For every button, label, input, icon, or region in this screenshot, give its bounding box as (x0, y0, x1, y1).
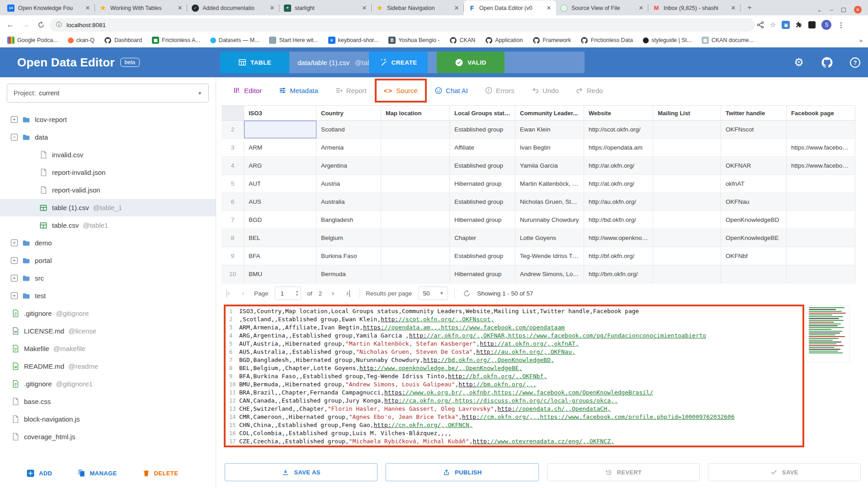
grid-cell[interactable]: Burkina Faso (316, 247, 381, 265)
grid-cell[interactable]: http://www.openknowledge.be/ (584, 229, 653, 247)
grid-cell[interactable] (721, 265, 787, 283)
column-header[interactable]: Mailing List (653, 106, 721, 120)
browser-tab[interactable]: Source View of File✕ (556, 0, 648, 15)
refresh-icon[interactable] (463, 290, 471, 297)
grid-cell[interactable] (653, 247, 721, 265)
tree-item--gitignore[interactable]: .gitignore@gitignore (0, 305, 216, 322)
grid-cell[interactable]: Established group (450, 157, 515, 174)
toolbar-redo[interactable]: Redo (573, 84, 606, 97)
tree-item-test[interactable]: +test (0, 287, 216, 305)
last-page-icon[interactable]: ›| (344, 289, 353, 297)
source-minimap[interactable] (807, 305, 850, 362)
column-header[interactable]: Country (316, 106, 381, 120)
grid-cell[interactable] (244, 121, 316, 138)
browser-tab[interactable]: FOpen Data Editor (v0✕ (464, 0, 556, 15)
grid-cell[interactable]: Established group (450, 193, 515, 211)
project-select[interactable]: Project: current ▼ (7, 84, 209, 103)
expand-icon[interactable]: + (11, 239, 18, 246)
tree-item-src[interactable]: +src (0, 269, 216, 287)
grid-cell[interactable]: Ivan Begtin (515, 139, 584, 156)
create-button[interactable]: CREATE (369, 52, 428, 73)
close-tab-icon[interactable]: ✕ (84, 5, 91, 12)
grid-cell[interactable]: Established group (450, 247, 515, 265)
grid-cell[interactable]: BFA (244, 247, 316, 265)
grid-cell[interactable] (653, 157, 721, 174)
grid-cell[interactable] (381, 193, 450, 211)
bookmark-item[interactable]: CKAN (450, 37, 476, 44)
grid-cell[interactable] (381, 121, 450, 138)
grid-cell[interactable] (787, 121, 855, 138)
grid-cell[interactable]: OpenKnowledgeBD (721, 211, 787, 229)
grid-cell[interactable] (787, 175, 855, 192)
grid-cell[interactable] (653, 229, 721, 247)
tree-item-table-csv[interactable]: table.csv@table1 (0, 216, 216, 234)
grid-cell[interactable] (787, 211, 855, 229)
tab-search-icon[interactable]: ⌄ (817, 6, 822, 13)
grid-cell[interactable] (787, 193, 855, 211)
address-bar[interactable]: ⓘ localhost:8081 (50, 18, 755, 32)
table-view-button[interactable]: TABLE (220, 52, 289, 73)
grid-cell[interactable]: https://opendata.am (584, 139, 653, 156)
grid-cell[interactable]: ARM (244, 139, 316, 156)
close-tab-icon[interactable]: ✕ (545, 5, 552, 12)
bookmarks-overflow-icon[interactable]: » (859, 37, 862, 44)
grid-cell[interactable]: OKFNscot (721, 121, 787, 138)
expand-icon[interactable]: + (11, 257, 18, 264)
tree-item-readme-md[interactable]: MREADME.md@readme (0, 357, 216, 375)
bookmark-item[interactable]: Start Here wit... (269, 37, 318, 44)
grid-cell[interactable]: Martin Kaltenböck, Stefan Kasberger (515, 175, 584, 192)
grid-cell[interactable]: http://bf.okfn.org/ (584, 247, 653, 265)
minimize-icon[interactable]: – (830, 6, 833, 13)
grid-cell[interactable]: BMU (244, 265, 316, 283)
reload-icon[interactable] (34, 18, 48, 32)
grid-cell[interactable]: OpenKnowledgeBE (721, 229, 787, 247)
grid-cell[interactable] (381, 229, 450, 247)
grid-cell[interactable]: AUT (244, 175, 316, 192)
source-editor[interactable]: 1ISO3,Country,Map location,Local Groups … (224, 305, 804, 447)
toolbar-report[interactable]: Report (333, 84, 369, 97)
grid-cell[interactable] (381, 139, 450, 156)
close-tab-icon[interactable]: ✕ (730, 5, 737, 12)
grid-cell[interactable] (381, 247, 450, 265)
tree-item-data[interactable]: −data (0, 128, 216, 146)
close-tab-icon[interactable]: ✕ (453, 5, 460, 12)
bookmark-item[interactable]: ckan-Q (68, 37, 94, 44)
grid-cell[interactable]: Nurunnaby Chowdury (515, 211, 584, 229)
tree-item-base-css[interactable]: base.css (0, 393, 216, 410)
column-header[interactable]: Website (584, 106, 653, 120)
column-header[interactable]: Facebook page (787, 106, 855, 120)
grid-cell[interactable] (381, 157, 450, 174)
close-tab-icon[interactable]: ✕ (269, 5, 276, 12)
delete-button[interactable]: DELETE (142, 469, 179, 477)
grid-cell[interactable]: https://www.facebook.com/opendataam (787, 139, 855, 156)
browser-tab[interactable]: ★Sidebar Navigation✕ (372, 0, 464, 15)
grid-cell[interactable]: http://scot.okfn.org/ (584, 121, 653, 138)
bookmark-item[interactable]: BYoshua Bengio - (388, 37, 439, 44)
close-tab-icon[interactable]: ✕ (176, 5, 184, 12)
grid-cell[interactable]: Lotte Goyens (515, 229, 584, 247)
bookmark-item[interactable]: ▤CKAN docume... (702, 37, 754, 44)
expand-icon[interactable]: + (11, 116, 18, 123)
grid-cell[interactable] (653, 175, 721, 192)
grid-cell[interactable] (721, 139, 787, 156)
grid-cell[interactable]: http://ar.okfn.org/ (584, 157, 653, 174)
column-header[interactable]: Local Groups statu... (450, 106, 515, 120)
publish-button[interactable]: PUBLISH (386, 463, 538, 481)
browser-menu-icon[interactable]: ⋮ (837, 21, 844, 29)
grid-cell[interactable]: AUS (244, 193, 316, 211)
tree-item-license-md[interactable]: MLICENSE.md@license (0, 322, 216, 340)
bookmark-item[interactable]: Application (485, 37, 523, 44)
grid-cell[interactable]: Argentina (316, 157, 381, 174)
grid-cell[interactable]: Hibernated group (450, 211, 515, 229)
tree-item-demo[interactable]: +demo (0, 234, 216, 252)
maximize-icon[interactable] (841, 8, 846, 12)
grid-cell[interactable]: http://au.okfn.org/ (584, 193, 653, 211)
grid-cell[interactable]: Nicholas Gruen, Steven De Costa (515, 193, 584, 211)
save-as-button[interactable]: SAVE AS (225, 463, 377, 481)
close-tab-icon[interactable]: ✕ (637, 5, 645, 12)
grid-cell[interactable]: Yamila Garcia (515, 157, 584, 174)
back-icon[interactable]: ← (4, 18, 17, 32)
grid-cell[interactable]: Belgium (316, 229, 381, 247)
grid-cell[interactable]: Armenia (316, 139, 381, 156)
bookmark-star-icon[interactable]: ☆ (770, 21, 776, 29)
